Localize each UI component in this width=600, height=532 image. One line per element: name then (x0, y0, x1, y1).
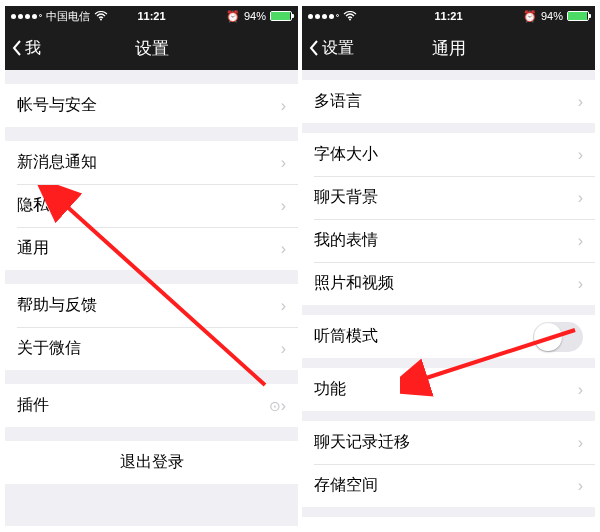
general-list: 多语言 › 字体大小 › 聊天背景 › 我的表情 › 照片和视频 (302, 80, 595, 526)
chevron-right-icon: › (578, 434, 583, 452)
battery-pct-label: 94% (244, 10, 266, 22)
nav-bar: 我 设置 (5, 26, 298, 70)
chevron-right-icon: › (281, 240, 286, 258)
cell-photos-videos[interactable]: 照片和视频 › (302, 262, 595, 305)
cell-label: 功能 (314, 379, 578, 400)
wifi-icon (343, 11, 357, 21)
cell-my-stickers[interactable]: 我的表情 › (302, 219, 595, 262)
chevron-right-icon: › (578, 146, 583, 164)
cell-storage[interactable]: 存储空间 › (302, 464, 595, 507)
cell-new-message-notify[interactable]: 新消息通知 › (5, 141, 298, 184)
cell-label: 新消息通知 (17, 152, 281, 173)
cell-chat-migration[interactable]: 聊天记录迁移 › (302, 421, 595, 464)
battery-pct-label: 94% (541, 10, 563, 22)
svg-point-1 (349, 19, 351, 21)
chevron-right-icon: › (281, 154, 286, 172)
cell-features[interactable]: 功能 › (302, 368, 595, 411)
phone-general: 11:21 ⏰ 94% 设置 通用 多语言 › 字体 (302, 6, 595, 526)
battery-icon (270, 11, 292, 21)
cell-label: 我的表情 (314, 230, 578, 251)
back-button[interactable]: 我 (5, 38, 41, 59)
chevron-left-icon (308, 39, 320, 57)
chevron-right-icon: › (578, 93, 583, 111)
cell-label: 多语言 (314, 91, 578, 112)
svg-point-0 (100, 19, 102, 21)
chevron-right-icon: › (578, 477, 583, 495)
cell-label: 退出登录 (17, 452, 286, 473)
plugin-status-icon: ⊙ (269, 398, 281, 414)
earpiece-switch[interactable] (533, 322, 583, 352)
cell-about-wechat[interactable]: 关于微信 › (5, 327, 298, 370)
cell-label: 帮助与反馈 (17, 295, 281, 316)
cell-help-feedback[interactable]: 帮助与反馈 › (5, 284, 298, 327)
cell-chat-background[interactable]: 聊天背景 › (302, 176, 595, 219)
carrier-label: 中国电信 (46, 9, 90, 24)
cell-label: 聊天背景 (314, 187, 578, 208)
chevron-right-icon: › (281, 297, 286, 315)
chevron-right-icon: › (578, 275, 583, 293)
back-label: 设置 (322, 38, 354, 59)
status-bar: 中国电信 11:21 ⏰ 94% (5, 6, 298, 26)
cell-label: 插件 (17, 395, 265, 416)
cell-label: 关于微信 (17, 338, 281, 359)
chevron-right-icon: › (281, 197, 286, 215)
cell-general[interactable]: 通用 › (5, 227, 298, 270)
cell-label: 听筒模式 (314, 326, 533, 347)
chevron-right-icon: › (578, 381, 583, 399)
cell-plugins[interactable]: 插件 ⊙ › (5, 384, 298, 427)
cell-privacy[interactable]: 隐私 › (5, 184, 298, 227)
wifi-icon (94, 11, 108, 21)
nav-bar: 设置 通用 (302, 26, 595, 70)
back-button[interactable]: 设置 (302, 38, 354, 59)
cell-label: 帐号与安全 (17, 95, 281, 116)
cell-label: 字体大小 (314, 144, 578, 165)
cell-logout[interactable]: 退出登录 (5, 441, 298, 484)
chevron-right-icon: › (578, 189, 583, 207)
cell-label: 通用 (17, 238, 281, 259)
settings-list: 帐号与安全 › 新消息通知 › 隐私 › 通用 › (5, 84, 298, 484)
page-title: 设置 (5, 37, 298, 60)
cell-clear-chat-history[interactable]: 清空聊天记录 (302, 517, 595, 526)
battery-icon (567, 11, 589, 21)
chevron-left-icon (11, 39, 23, 57)
alarm-icon: ⏰ (523, 10, 537, 23)
status-bar: 11:21 ⏰ 94% (302, 6, 595, 26)
cell-label: 存储空间 (314, 475, 578, 496)
chevron-right-icon: › (281, 340, 286, 358)
cell-label: 聊天记录迁移 (314, 432, 578, 453)
signal-dots-icon (11, 14, 42, 19)
cell-label: 隐私 (17, 195, 281, 216)
cell-label: 照片和视频 (314, 273, 578, 294)
phone-settings: 中国电信 11:21 ⏰ 94% 我 设置 帐号与安全 › (5, 6, 298, 526)
back-label: 我 (25, 38, 41, 59)
chevron-right-icon: › (281, 97, 286, 115)
cell-earpiece-mode[interactable]: 听筒模式 (302, 315, 595, 358)
cell-account-security[interactable]: 帐号与安全 › (5, 84, 298, 127)
cell-language[interactable]: 多语言 › (302, 80, 595, 123)
alarm-icon: ⏰ (226, 10, 240, 23)
chevron-right-icon: › (578, 232, 583, 250)
cell-font-size[interactable]: 字体大小 › (302, 133, 595, 176)
chevron-right-icon: › (281, 397, 286, 415)
signal-dots-icon (308, 14, 339, 19)
